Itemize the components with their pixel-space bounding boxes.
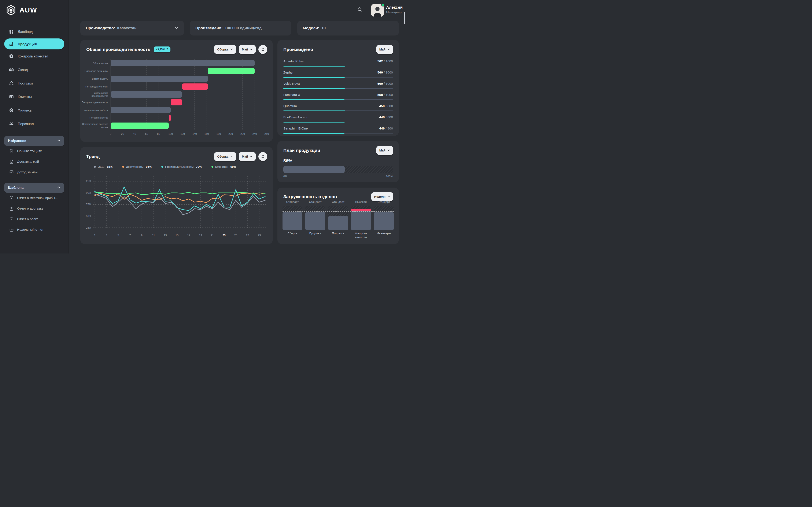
- filter-label: Модели:: [303, 26, 319, 31]
- produced-model-value: 560 / 1000: [377, 70, 393, 74]
- department-statuses: СтандартСтандартСтандартВысокаяСтандарт: [283, 200, 394, 204]
- department-load-fill: [351, 211, 371, 230]
- axis-tick: 260: [264, 132, 269, 135]
- user-block[interactable]: Алексей Менеджер: [386, 5, 406, 14]
- axis-tick: 160: [204, 132, 209, 135]
- filter-production[interactable]: Производство:Казахстан: [80, 21, 184, 36]
- waterfall-bar: [111, 91, 182, 98]
- produced-month-dropdown[interactable]: Май: [376, 45, 393, 54]
- sidebar-item-clients[interactable]: Клиенты: [0, 90, 68, 104]
- department-status-label: Стандарт: [283, 200, 302, 204]
- department-column: [305, 206, 325, 230]
- plan-month-dropdown[interactable]: Май: [376, 146, 393, 155]
- trend-month-dropdown[interactable]: Май: [239, 152, 256, 161]
- produced-model-total: / 800: [385, 126, 393, 130]
- page-scrollbar[interactable]: [404, 12, 405, 24]
- department-load-fill: [283, 212, 302, 230]
- plan-panel-title: План продукции: [283, 148, 320, 153]
- brand: AUW: [0, 0, 68, 16]
- waterfall-axis-ticks: 020406080100120140160180200220240260: [111, 132, 267, 137]
- progress-fill: [283, 122, 345, 122]
- sidebar-item-monthly-profit-report[interactable]: Отчет о месячной прибы...: [4, 193, 64, 203]
- departments-period-dropdown[interactable]: Неделя: [371, 192, 393, 201]
- svg-text:25: 25: [234, 234, 237, 237]
- quality-icon: [9, 54, 14, 59]
- sidebar-item-label: Дашборд: [18, 30, 33, 34]
- progress-track: [283, 133, 393, 133]
- filter-value: 10: [321, 26, 326, 31]
- waterfall-row-label: Потеря продуктивности: [80, 98, 108, 106]
- svg-text:3: 3: [106, 234, 107, 237]
- plan-month-dropdown-value: Май: [379, 149, 386, 152]
- sidebar-item-dashboard[interactable]: Дашборд: [0, 25, 68, 39]
- legend-value: 70%: [196, 165, 202, 168]
- progress-fill: [283, 66, 345, 66]
- produced-model-name: Voltis Nova: [283, 82, 300, 86]
- sidebar-item-weekly-report[interactable]: Недельный отчет: [4, 224, 64, 235]
- trend-export-button[interactable]: [258, 152, 267, 161]
- sidebar-sections: ИзбранноеОб инвестицияхДоставка, майДохо…: [0, 136, 68, 235]
- trend-line-dropdown[interactable]: Сборка: [214, 152, 236, 161]
- produced-model-name: Zephyr: [283, 70, 294, 74]
- chevron-down-icon: [230, 155, 233, 158]
- produced-item-row: Arcadia Pulse562 / 1000: [283, 59, 393, 63]
- produced-model-name: EcoDrive Ascend: [283, 115, 308, 119]
- axis-tick: 200: [229, 132, 233, 135]
- department-name-label: Покраска: [328, 231, 348, 239]
- sidebar-item-delivery-report[interactable]: Отчет о доставке: [4, 203, 64, 214]
- sidebar-menu: ДашбордПродукцияКонтроль качестваСкладПо…: [0, 25, 68, 130]
- sidebar-item-products[interactable]: Продукция: [4, 39, 64, 49]
- waterfall-row-label: Потеря доступности: [80, 83, 108, 91]
- filter-produced: Произведено:100.000 единиц/год: [190, 21, 291, 36]
- waterfall-row-label: Общее время: [80, 59, 108, 67]
- departments-panel: Загруженность отделов Неделя СтандартСта…: [277, 187, 399, 244]
- legend-value: 94%: [146, 165, 152, 168]
- progress-fill: [283, 99, 345, 100]
- legend-item: Производительность:70%: [161, 165, 202, 168]
- produced-item-row: Seraphim E-One446 / 800: [283, 126, 393, 130]
- svg-text:23: 23: [222, 234, 225, 237]
- axis-tick: 100: [168, 132, 173, 135]
- sidebar-section-title: Избранное: [8, 139, 26, 143]
- sidebar-section-header-favorites[interactable]: Избранное: [4, 136, 64, 146]
- progress-fill: [283, 88, 345, 89]
- svg-text:19: 19: [199, 234, 202, 237]
- waterfall-labels: Общее времяПлановые остановкиВремя работ…: [80, 59, 108, 129]
- sidebar-item-label: Финансы: [18, 108, 32, 112]
- departments-panel-title: Загруженность отделов: [283, 194, 337, 199]
- sidebar-item-label: Доход за май: [17, 170, 38, 174]
- department-name-label: Контроль качества: [351, 231, 371, 239]
- gridline: [207, 59, 207, 129]
- produced-item-row: Luminara X558 / 1000: [283, 93, 393, 97]
- trend-legend: OEE:68%Доступность:94%Производительность…: [94, 165, 273, 168]
- produced-panel: Произведено Май Arcadia Pulse562 / 1000Z…: [277, 40, 399, 136]
- avatar[interactable]: [371, 4, 384, 17]
- sidebar-item-quality[interactable]: Контроль качества: [0, 49, 68, 63]
- sidebar-item-delivery-may[interactable]: Доставка, май: [4, 156, 64, 167]
- waterfall-bar: [171, 99, 182, 105]
- sidebar-section-header-templates[interactable]: Шаблоны: [4, 183, 64, 193]
- chevron-down-icon: [387, 48, 390, 51]
- axis-tick: 140: [192, 132, 197, 135]
- waterfall-bar: [169, 115, 171, 121]
- produced-item: Seraphim E-One446 / 800: [283, 124, 393, 135]
- sidebar-item-supply[interactable]: Поставки: [0, 76, 68, 90]
- search-button[interactable]: [356, 6, 364, 13]
- sidebar-item-defect-report[interactable]: Отчет о браке: [4, 214, 64, 224]
- filter-label: Производство:: [86, 26, 115, 31]
- sidebar-item-finance[interactable]: Финансы: [0, 104, 68, 117]
- sidebar-item-income-may[interactable]: Доход за май: [4, 167, 64, 177]
- chart-icon: [9, 170, 14, 174]
- sidebar-item-warehouse[interactable]: Склад: [0, 63, 68, 76]
- svg-text:125%: 125%: [86, 180, 91, 183]
- trend-panel-title: Тренд: [86, 154, 100, 159]
- capacity-guide-line: [283, 211, 394, 212]
- svg-text:25%: 25%: [86, 226, 91, 229]
- sidebar-item-investments[interactable]: Об инвестициях: [4, 146, 64, 156]
- svg-text:5: 5: [117, 234, 119, 237]
- legend-item: Качество:99%: [211, 165, 236, 168]
- sidebar-item-staff[interactable]: Персонал: [0, 117, 68, 130]
- department-name-label: Сборка: [283, 231, 302, 239]
- auw-logo-icon: [5, 5, 16, 16]
- filter-bar: Производство:КазахстанПроизведено:100.00…: [80, 21, 399, 36]
